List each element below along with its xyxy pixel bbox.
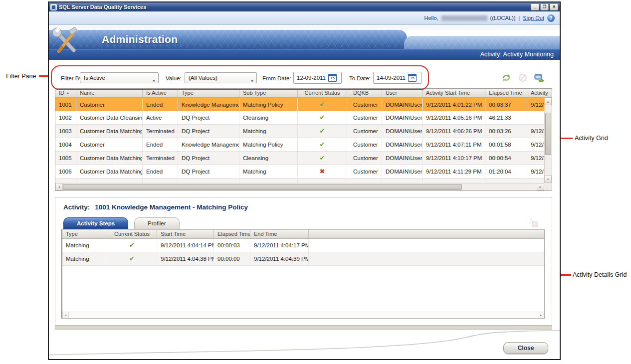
column-header-elapsed-time[interactable]: Elapsed Time bbox=[485, 89, 527, 97]
filter-by-value: Is Active bbox=[84, 75, 105, 81]
cell-type: Matching bbox=[62, 239, 107, 252]
cell-sub_type: Matching bbox=[239, 125, 298, 138]
greeting-bar: Hello, ((LOCAL)) | Sign Out ? bbox=[49, 11, 560, 25]
cell-id: 1007 bbox=[55, 179, 76, 183]
close-window-button[interactable]: ✕ bbox=[550, 3, 558, 10]
help-icon[interactable]: ? bbox=[547, 14, 555, 22]
cell-end_time: 9/12/20 bbox=[527, 98, 544, 111]
cell-start_time: 9/12/2011 4:01:22 PM bbox=[422, 98, 485, 111]
cell-start_time: 9/12/2011 4:04:14 PM bbox=[157, 239, 214, 252]
scroll-left-icon[interactable]: ◄ bbox=[55, 183, 63, 190]
sort-asc-icon: ▲ bbox=[66, 91, 69, 94]
table-row[interactable]: 1004CustomerEndedKnowledge ManagementMat… bbox=[55, 138, 544, 152]
chevron-down-icon: ▼ bbox=[152, 76, 156, 86]
banner-right bbox=[404, 36, 560, 49]
tab-profiler[interactable]: Profiler bbox=[134, 217, 179, 229]
cell-dqkb: Customer bbox=[347, 179, 382, 183]
column-header-type[interactable]: Type bbox=[178, 89, 239, 97]
scroll-up-icon[interactable]: ▲ bbox=[544, 98, 552, 105]
horizontal-scrollbar[interactable]: ◄ ► bbox=[55, 183, 544, 190]
close-button[interactable]: Close bbox=[503, 342, 548, 354]
details-horizontal-scrollbar[interactable]: ◄ ► bbox=[62, 312, 544, 318]
cell-elapsed_time: 00:03:26 bbox=[485, 125, 527, 138]
column-header-elapsed-time[interactable]: Elapsed Time bbox=[214, 230, 250, 238]
refresh-icon[interactable] bbox=[500, 72, 512, 83]
filter-by-dropdown[interactable]: Is Active ▼ bbox=[80, 72, 159, 83]
column-header-activity[interactable]: Activity bbox=[527, 89, 552, 97]
annotation-activity-details-grid: Activity Details Grid bbox=[573, 271, 627, 278]
value-dropdown[interactable]: (All Values) ▼ bbox=[185, 72, 257, 83]
scroll-left-icon[interactable]: ◄ bbox=[62, 312, 69, 318]
terminate-activity-icon-disabled bbox=[517, 72, 529, 83]
from-date-value: 12-09-2011 bbox=[297, 72, 326, 83]
table-row[interactable]: 1006Customer Data MatchingEndedDQ Projec… bbox=[55, 165, 544, 179]
scroll-right-icon[interactable]: ► bbox=[537, 183, 544, 190]
table-row[interactable]: Matching✔9/12/2011 4:04:14 PM00:00:039/1… bbox=[62, 239, 544, 252]
table-row[interactable]: 1003Customer Data MatchingTerminatedDQ P… bbox=[55, 125, 544, 138]
cell-dqkb: Customer bbox=[347, 111, 382, 124]
table-row[interactable]: 1007CustomerEndedKnowledge ManagementDom… bbox=[55, 179, 544, 183]
sign-out-link[interactable]: Sign Out bbox=[523, 15, 544, 21]
cell-start_time: 9/12/2011 4:05:16 PM bbox=[422, 111, 485, 124]
from-date-label: From Date: bbox=[262, 75, 291, 81]
tools-icon bbox=[51, 26, 80, 55]
cell-user: DOMAIN\User1 bbox=[382, 125, 422, 138]
minimize-button[interactable]: _ bbox=[531, 3, 539, 10]
cell-id: 1005 bbox=[55, 152, 76, 165]
column-header-current-status[interactable]: Current Status bbox=[107, 230, 157, 238]
spacer-band bbox=[49, 25, 560, 30]
column-header-current-status[interactable]: Current Status bbox=[298, 89, 347, 97]
cell-type: DQ Project bbox=[178, 165, 239, 178]
column-header-[interactable] bbox=[309, 230, 544, 238]
cell-end_time: 9/12/2011 4:04:17 PM bbox=[250, 239, 309, 252]
cell-is_active: Ended bbox=[143, 179, 178, 183]
column-header-name[interactable]: Name bbox=[76, 89, 143, 97]
cell-type: Matching bbox=[62, 252, 107, 265]
scroll-right-icon[interactable]: ► bbox=[538, 312, 544, 318]
column-header-user[interactable]: User bbox=[382, 89, 422, 97]
title-bar[interactable]: SQL Server Data Quality Services _ ❐ ✕ bbox=[49, 2, 560, 11]
column-header-start-time[interactable]: Start Time bbox=[157, 230, 214, 238]
cell-end_time: 9/12/20 bbox=[527, 138, 544, 151]
cell-status: ✔ bbox=[298, 111, 347, 124]
server-label: ((LOCAL)) bbox=[490, 15, 516, 21]
cell-name: Customer bbox=[76, 179, 143, 183]
calendar-icon[interactable]: 15 bbox=[408, 74, 417, 82]
column-header-activity-start-time[interactable]: Activity Start Time bbox=[422, 89, 485, 97]
cell-user: FAREAST\User bbox=[382, 179, 422, 183]
scroll-down-icon[interactable]: ▼ bbox=[544, 176, 552, 183]
cell-start_time: 9/12/2011 4:04:38 PM bbox=[157, 252, 214, 265]
cell-start_time: 9/12/2011 4:06:26 PM bbox=[422, 125, 485, 138]
from-date-input[interactable]: 12-09-2011 15 bbox=[293, 72, 342, 84]
vertical-scroll-thumb[interactable] bbox=[545, 113, 551, 155]
calendar-icon[interactable]: 15 bbox=[328, 74, 337, 82]
value-value: (All Values) bbox=[189, 75, 217, 81]
table-row[interactable]: Matching✔9/12/2011 4:04:38 PM00:00:009/1… bbox=[62, 252, 544, 266]
to-date-input[interactable]: 14-09-2011 15 bbox=[373, 72, 421, 84]
cell-sub_type: Domain Management bbox=[239, 179, 298, 183]
tab-activity-steps[interactable]: Activity Steps bbox=[63, 217, 128, 229]
table-row[interactable]: 1002Customer Data CleansingActiveDQ Proj… bbox=[55, 111, 544, 125]
cell-start_time: 9/12/2011 4:07:11 PM bbox=[422, 138, 485, 151]
column-header-sub-type[interactable]: Sub Type bbox=[239, 89, 298, 97]
cell-sub_type: Matching Policy bbox=[239, 138, 298, 151]
restore-button[interactable]: ❐ bbox=[540, 3, 549, 10]
column-header-is-active[interactable]: Is Active bbox=[143, 89, 178, 97]
column-header-type[interactable]: Type bbox=[62, 230, 107, 238]
vertical-scrollbar[interactable]: ▲ ▼ bbox=[544, 98, 552, 183]
annotation-filter-pane: Filter Pane bbox=[6, 73, 36, 80]
export-icon[interactable] bbox=[534, 72, 546, 83]
success-check-icon: ✔ bbox=[320, 101, 325, 108]
table-row[interactable]: 1001CustomerEndedKnowledge ManagementMat… bbox=[55, 98, 544, 111]
column-header-end-time[interactable]: End Time bbox=[250, 230, 309, 238]
column-header-dqkb[interactable]: DQKB bbox=[347, 89, 382, 97]
success-check-icon: ✔ bbox=[320, 127, 325, 135]
column-header-id[interactable]: ID▲ bbox=[55, 89, 76, 97]
table-row[interactable]: 1005Customer Data MatchingTerminatedDQ P… bbox=[55, 152, 544, 165]
horizontal-scroll-thumb[interactable] bbox=[63, 184, 462, 190]
cell-sub_type: Matching Policy bbox=[239, 98, 298, 111]
cell-type: DQ Project bbox=[178, 111, 239, 124]
cell-name: Customer Data Matching bbox=[76, 125, 143, 138]
cell-end_time: 9/12/2011 4:04:39 PM bbox=[250, 252, 309, 265]
cell-start_time: 9/12/2011 4:11:29 PM bbox=[422, 165, 485, 178]
